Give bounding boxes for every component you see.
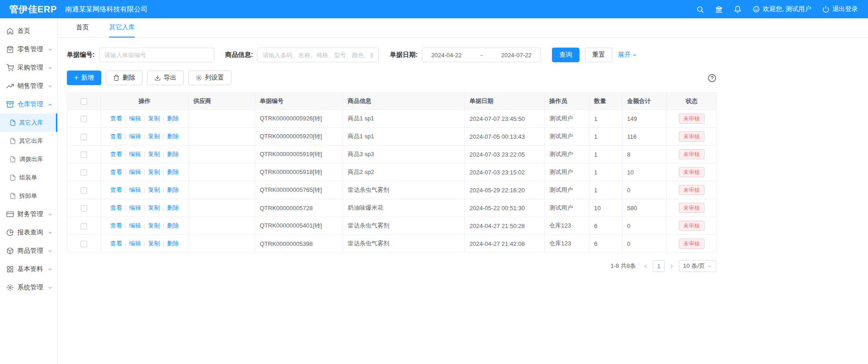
delete-link[interactable]: 删除 xyxy=(167,151,179,158)
sidebar-subitem-transfer-outbound[interactable]: 调拨出库 xyxy=(0,150,57,168)
tab-other-inbound[interactable]: 其它入库 xyxy=(109,18,135,38)
delete-link[interactable]: 删除 xyxy=(167,168,179,175)
edit-link[interactable]: 编辑 xyxy=(129,115,141,122)
report-chart-icon xyxy=(6,229,14,236)
sidebar-subitem-other-outbound[interactable]: 其它出库 xyxy=(0,132,57,150)
copy-link[interactable]: 复制 xyxy=(148,204,160,211)
sidebar-subitem-assembly[interactable]: 组装单 xyxy=(0,168,57,187)
page-number-1[interactable]: 1 xyxy=(653,260,665,272)
copy-link[interactable]: 复制 xyxy=(148,115,160,122)
view-link[interactable]: 查看 xyxy=(110,133,122,140)
cell-supplier xyxy=(189,199,255,217)
view-link[interactable]: 查看 xyxy=(110,240,122,247)
row-checkbox[interactable] xyxy=(81,116,87,122)
row-checkbox[interactable] xyxy=(81,223,87,229)
page-size-select[interactable]: 10 条/页 xyxy=(679,260,716,272)
sidebar-item-purchase[interactable]: 采购管理 xyxy=(0,59,57,77)
logout-button[interactable]: 退出登录 xyxy=(822,5,858,13)
sidebar-item-retail[interactable]: 零售管理 xyxy=(0,40,57,59)
sidebar-item-sales[interactable]: 销售管理 xyxy=(0,77,57,95)
edit-link[interactable]: 编辑 xyxy=(129,222,141,229)
sidebar-item-products[interactable]: 商品管理 xyxy=(0,242,57,260)
copy-link[interactable]: 复制 xyxy=(148,240,160,247)
cell-qty: 10 xyxy=(590,199,622,217)
view-link[interactable]: 查看 xyxy=(110,115,122,122)
view-link[interactable]: 查看 xyxy=(110,204,122,211)
copy-link[interactable]: 复制 xyxy=(148,186,160,193)
view-link[interactable]: 查看 xyxy=(110,168,122,175)
package-icon xyxy=(6,247,14,255)
copy-link[interactable]: 复制 xyxy=(148,151,160,158)
select-all-checkbox[interactable] xyxy=(81,98,87,105)
delete-button[interactable]: 删除 xyxy=(106,71,142,85)
edit-link[interactable]: 编辑 xyxy=(129,133,141,140)
welcome-user[interactable]: 欢迎您, 测试用户 xyxy=(753,5,811,13)
delete-label: 删除 xyxy=(122,74,135,82)
status-badge: 未审核 xyxy=(679,149,704,159)
home-icon xyxy=(6,27,14,35)
expand-filters-link[interactable]: 展开 xyxy=(618,51,637,59)
add-button[interactable]: + 新增 xyxy=(67,71,101,85)
cell-product: 奶油味爆米花 xyxy=(343,199,465,217)
sidebar-item-warehouse[interactable]: 仓库管理 xyxy=(0,95,57,114)
delete-link[interactable]: 删除 xyxy=(167,204,179,211)
edit-link[interactable]: 编辑 xyxy=(129,186,141,193)
edit-link[interactable]: 编辑 xyxy=(129,168,141,175)
column-settings-button[interactable]: 列设置 xyxy=(188,71,231,85)
row-checkbox[interactable] xyxy=(81,169,87,176)
status-badge: 未审核 xyxy=(679,185,704,195)
cell-product: 雷达杀虫气雾剂 xyxy=(343,217,465,235)
view-link[interactable]: 查看 xyxy=(110,151,122,158)
row-checkbox[interactable] xyxy=(81,152,87,158)
prev-page-button[interactable] xyxy=(643,263,649,269)
cell-date: 2024-05-22 00:51:30 xyxy=(465,199,545,217)
delete-link[interactable]: 删除 xyxy=(167,133,179,140)
notification-bell-icon[interactable] xyxy=(734,5,742,13)
row-checkbox[interactable] xyxy=(81,241,87,247)
date-range-picker[interactable]: 2024-04-22 ~ 2024-07-22 xyxy=(422,48,541,62)
copy-link[interactable]: 复制 xyxy=(148,168,160,175)
sidebar-item-finance[interactable]: 财务管理 xyxy=(0,205,57,223)
delete-link[interactable]: 删除 xyxy=(167,240,179,247)
date-from-value[interactable]: 2024-04-22 xyxy=(431,52,462,59)
help-icon[interactable] xyxy=(708,74,716,82)
copy-link[interactable]: 复制 xyxy=(148,133,160,140)
table-row: 查看|编辑|复制|删除 QTRK00000005918[转] 商品2 sp2 2… xyxy=(67,163,717,181)
delete-link[interactable]: 删除 xyxy=(167,115,179,122)
bank-icon[interactable] xyxy=(715,5,723,13)
sidebar-subitem-other-inbound[interactable]: 其它入库 xyxy=(0,114,57,132)
search-icon[interactable] xyxy=(696,5,704,13)
export-button[interactable]: 导出 xyxy=(147,71,184,85)
sidebar-item-system[interactable]: 系统管理 xyxy=(0,278,57,297)
app-logo: 管伊佳ERP xyxy=(9,3,57,16)
col-header-status: 状态 xyxy=(667,93,717,110)
edit-link[interactable]: 编辑 xyxy=(129,151,141,158)
search-button[interactable]: 查询 xyxy=(552,48,579,62)
sidebar-item-reports[interactable]: 报表查询 xyxy=(0,223,57,242)
view-link[interactable]: 查看 xyxy=(110,222,122,229)
sidebar-item-home[interactable]: 首页 xyxy=(0,22,57,40)
edit-link[interactable]: 编辑 xyxy=(129,204,141,211)
delete-link[interactable]: 删除 xyxy=(167,222,179,229)
bill-no-input[interactable] xyxy=(99,48,214,62)
copy-link[interactable]: 复制 xyxy=(148,222,160,229)
content-area: 单据编号: 商品信息: 单据日期: 2024-04-22 ~ 2024-07-2… xyxy=(58,38,726,272)
row-checkbox[interactable] xyxy=(81,205,87,212)
cell-bill-no: QTRK00000005920[转] xyxy=(255,128,343,146)
sidebar-item-base-data[interactable]: 基本资料 xyxy=(0,260,57,278)
row-checkbox[interactable] xyxy=(81,187,87,194)
view-link[interactable]: 查看 xyxy=(110,186,122,193)
edit-link[interactable]: 编辑 xyxy=(129,240,141,247)
next-page-button[interactable] xyxy=(669,263,675,269)
date-to-value[interactable]: 2024-07-22 xyxy=(501,52,532,59)
document-icon xyxy=(10,174,16,181)
row-checkbox[interactable] xyxy=(81,134,87,140)
delete-link[interactable]: 删除 xyxy=(167,186,179,193)
reset-button[interactable]: 重置 xyxy=(585,48,612,62)
sidebar-subitem-disassembly[interactable]: 拆卸单 xyxy=(0,187,57,205)
tab-home[interactable]: 首页 xyxy=(76,18,89,38)
cell-supplier xyxy=(189,110,255,128)
col-header-bill-no: 单据编号 xyxy=(255,93,343,110)
product-info-input[interactable] xyxy=(257,48,379,62)
gear-icon xyxy=(196,75,202,81)
